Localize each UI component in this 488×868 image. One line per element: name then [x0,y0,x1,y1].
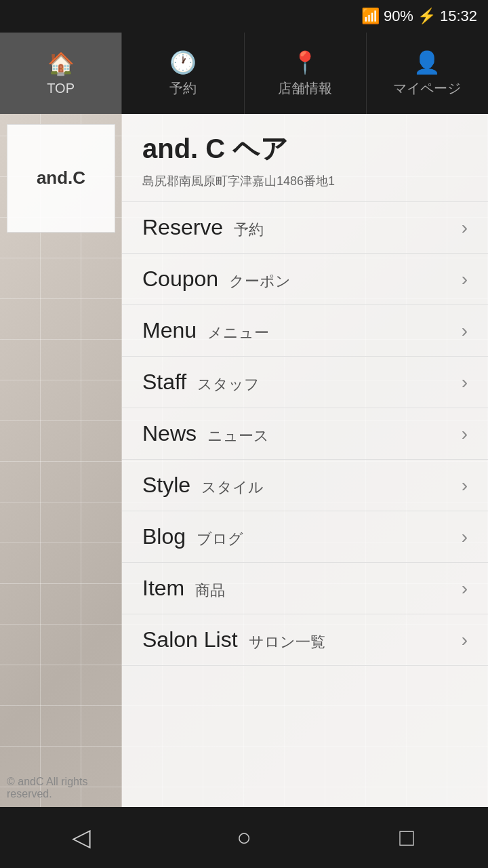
main-content-panel: and. C ヘア 島尻郡南風原町字津嘉山1486番地1 Reserve 予約 … [122,114,488,819]
menu-item-blog-label: Blog ブログ [142,524,243,549]
home-button[interactable]: ○ [224,817,264,858]
status-bar: 📶 90% ⚡ 15:32 [0,0,488,33]
menu-item-reserve-jp: 予約 [234,220,264,240]
tab-mypage[interactable]: 👤 マイページ [367,33,488,114]
menu-item-style[interactable]: Style スタイル › [122,460,488,511]
clock-icon: 🕐 [169,50,197,75]
chevron-right-icon: › [462,372,468,393]
salon-header: and. C ヘア 島尻郡南風原町字津嘉山1486番地1 [122,114,488,202]
menu-list: Reserve 予約 › Coupon クーポン › Menu メニュー › S… [122,202,488,666]
menu-item-menu-en: Menu [142,318,197,343]
menu-item-coupon-label: Coupon クーポン [142,267,291,292]
menu-item-item-en: Item [142,576,184,601]
chevron-right-icon: › [462,629,468,651]
tab-reserve-label: 予約 [169,79,197,98]
charging-icon: ⚡ [418,7,436,25]
menu-item-coupon-jp: クーポン [229,271,291,292]
tab-store-info[interactable]: 📍 店舗情報 [245,33,367,114]
menu-item-staff-label: Staff スタッフ [142,370,260,395]
logo-area: and.C [0,114,122,243]
tab-mypage-label: マイページ [393,79,461,98]
user-icon: 👤 [413,50,441,75]
location-icon: 📍 [291,50,319,75]
menu-item-staff[interactable]: Staff スタッフ › [122,357,488,408]
menu-item-style-label: Style スタイル [142,473,264,498]
chevron-right-icon: › [462,217,468,239]
menu-item-blog-jp: ブログ [197,529,243,549]
menu-item-reserve-label: Reserve 予約 [142,215,264,240]
menu-item-style-en: Style [142,473,190,498]
menu-item-news-en: News [142,421,197,446]
menu-item-staff-en: Staff [142,370,186,395]
bottom-nav-bar: ◁ ○ □ [0,807,488,868]
salon-address: 島尻郡南風原町字津嘉山1486番地1 [142,173,468,189]
tab-store-label: 店舗情報 [278,79,332,98]
chevron-right-icon: › [462,320,468,342]
menu-item-item-jp: 商品 [195,580,225,601]
nav-tabs: 🏠 TOP 🕐 予約 📍 店舗情報 👤 マイページ [0,33,488,114]
copyright-text: © andC All rights reserved. [7,776,115,800]
recent-apps-button[interactable]: □ [386,817,427,858]
home-circle-icon: ○ [237,823,251,852]
menu-item-item-label: Item 商品 [142,576,225,601]
menu-item-news[interactable]: News ニュース › [122,408,488,460]
tab-reserve[interactable]: 🕐 予約 [122,33,244,114]
menu-item-menu[interactable]: Menu メニュー › [122,305,488,357]
chevron-right-icon: › [462,423,468,445]
menu-item-coupon[interactable]: Coupon クーポン › [122,254,488,305]
chevron-right-icon: › [462,269,468,290]
menu-item-salon-list-label: Salon List サロン一覧 [142,627,325,652]
logo-box: and.C [7,124,115,233]
recent-apps-icon: □ [399,823,414,852]
menu-item-style-jp: スタイル [201,477,264,498]
menu-item-item[interactable]: Item 商品 › [122,563,488,614]
menu-item-menu-label: Menu メニュー [142,318,269,343]
menu-item-blog-en: Blog [142,524,186,549]
tab-top-label: TOP [47,81,75,96]
battery-text: 90% [384,7,413,25]
chevron-right-icon: › [462,475,468,496]
menu-item-blog[interactable]: Blog ブログ › [122,511,488,563]
menu-item-salon-list-jp: サロン一覧 [249,632,325,652]
signal-icon: 📶 [361,7,380,25]
back-icon: ◁ [72,823,91,852]
menu-item-staff-jp: スタッフ [197,374,260,395]
time-display: 15:32 [440,7,477,25]
status-icons: 📶 90% ⚡ 15:32 [361,7,477,25]
menu-item-salon-list[interactable]: Salon List サロン一覧 › [122,614,488,666]
back-button[interactable]: ◁ [61,817,102,858]
menu-item-menu-jp: メニュー [207,323,269,343]
menu-item-reserve-en: Reserve [142,215,223,240]
menu-item-reserve[interactable]: Reserve 予約 › [122,202,488,254]
chevron-right-icon: › [462,578,468,599]
tab-top[interactable]: 🏠 TOP [0,33,122,114]
chevron-right-icon: › [462,526,468,548]
salon-name: and. C ヘア [142,130,468,167]
menu-item-news-jp: ニュース [207,426,269,446]
home-icon: 🏠 [47,51,75,77]
menu-item-news-label: News ニュース [142,421,269,446]
logo-text: and.C [37,167,85,190]
menu-item-coupon-en: Coupon [142,267,218,292]
menu-item-salon-list-en: Salon List [142,627,238,652]
